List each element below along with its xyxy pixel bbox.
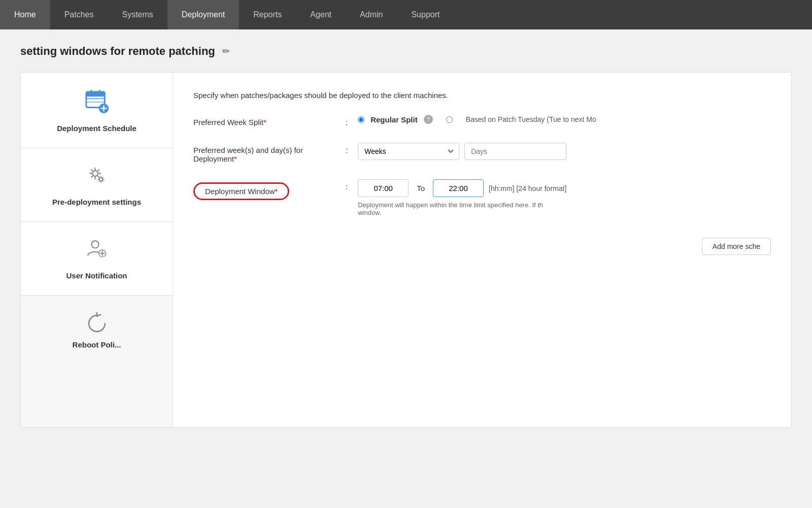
time-to-input[interactable] <box>433 179 484 197</box>
week-split-colon: : <box>346 115 348 126</box>
sidebar-label-user-notification: User Notification <box>66 271 127 280</box>
main-card: Deployment Schedule Pre-deployment setti… <box>20 72 792 428</box>
deployment-window-row: Deployment Window* : To [hh:mm] [24 hour… <box>193 179 771 216</box>
svg-rect-1 <box>86 92 105 97</box>
week-split-controls: Regular Split ? Based on Patch Tuesday (… <box>358 115 771 124</box>
page-title: setting windows for remote patching <box>20 45 215 58</box>
deployment-window-label: Deployment Window* <box>205 187 278 196</box>
radio-regular-split[interactable] <box>358 116 364 123</box>
description-text: Specify when patches/packages should be … <box>193 91 771 100</box>
preferred-week-split-row: Preferred Week Split* : Regular Split ? … <box>193 115 771 126</box>
sidebar-item-reboot-policy[interactable]: Reboot Poli... <box>21 296 173 354</box>
svg-rect-2 <box>90 90 92 94</box>
help-icon[interactable]: ? <box>424 115 433 124</box>
sidebar-item-user-notification[interactable]: User Notification <box>21 222 173 296</box>
navbar: Home Patches Systems Deployment Reports … <box>0 0 812 29</box>
deployment-window-label-wrapper: Deployment Window* <box>193 182 289 200</box>
preferred-week-split-label: Preferred Week Split* <box>193 115 341 126</box>
sidebar-item-pre-deployment[interactable]: Pre-deployment settings <box>21 148 173 222</box>
retry-icon <box>85 311 109 336</box>
days-input[interactable] <box>464 143 566 160</box>
calendar-icon <box>84 88 110 118</box>
nav-patches[interactable]: Patches <box>50 0 108 29</box>
add-more-schedule-button[interactable]: Add more sche <box>702 238 771 255</box>
radio-patch-tuesday-label[interactable]: Based on Patch Tuesday (Tue to next Mo <box>446 115 596 123</box>
edit-icon[interactable]: ✏ <box>222 46 230 57</box>
window-colon: : <box>346 179 348 191</box>
main-panel: Specify when patches/packages should be … <box>173 73 791 427</box>
preferred-deployment-row: Preferred week(s) and day(s) for Deploym… <box>193 143 771 163</box>
nav-systems[interactable]: Systems <box>108 0 167 29</box>
svg-point-11 <box>91 241 98 248</box>
sidebar: Deployment Schedule Pre-deployment setti… <box>21 73 173 427</box>
sidebar-label-pre-deployment: Pre-deployment settings <box>52 198 141 206</box>
time-to-label: To <box>414 184 428 193</box>
page-title-row: setting windows for remote patching ✏ <box>20 45 792 58</box>
nav-home[interactable]: Home <box>0 0 50 29</box>
time-from-input[interactable] <box>358 179 409 197</box>
preferred-deployment-label: Preferred week(s) and day(s) for Deploym… <box>193 143 341 163</box>
nav-reports[interactable]: Reports <box>239 0 296 29</box>
nav-agent[interactable]: Agent <box>296 0 346 29</box>
page-content: setting windows for remote patching ✏ <box>0 29 812 508</box>
svg-point-9 <box>92 171 98 176</box>
gear-icon <box>85 164 109 192</box>
nav-support[interactable]: Support <box>397 0 454 29</box>
sidebar-label-reboot-policy: Reboot Poli... <box>73 340 121 349</box>
svg-rect-3 <box>98 90 100 94</box>
sidebar-item-deployment-schedule[interactable]: Deployment Schedule <box>21 73 173 148</box>
patch-tuesday-text: Based on Patch Tuesday (Tue to next Mo <box>466 115 596 123</box>
deployment-window-help-text: Deployment will happen within the time l… <box>358 201 566 216</box>
deployment-controls: Weeks <box>358 143 771 160</box>
time-format-hint: [hh:mm] [24 hour format] <box>489 184 566 193</box>
nav-deployment[interactable]: Deployment <box>167 0 239 29</box>
regular-split-text: Regular Split <box>370 115 418 124</box>
radio-patch-tuesday[interactable] <box>446 116 453 123</box>
user-icon <box>85 237 109 265</box>
window-controls: To [hh:mm] [24 hour format] Deployment w… <box>358 179 566 216</box>
sidebar-label-deployment-schedule: Deployment Schedule <box>57 124 137 133</box>
radio-regular-split-label[interactable]: Regular Split ? <box>358 115 433 124</box>
weeks-select[interactable]: Weeks <box>358 143 459 160</box>
deployment-colon: : <box>346 143 348 154</box>
nav-admin[interactable]: Admin <box>346 0 397 29</box>
